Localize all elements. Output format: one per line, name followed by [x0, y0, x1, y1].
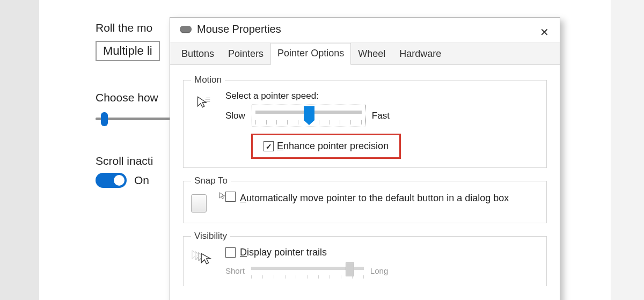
tab-buttons[interactable]: Buttons [174, 43, 221, 65]
pointer-speed-label: Select a pointer speed: [225, 91, 539, 101]
dialog-body: Motion Select a pointer speed: Slow [170, 65, 560, 286]
mouse-properties-dialog: Mouse Properties ✕ Buttons Pointers Poin… [170, 17, 560, 300]
visibility-group: Visibility [183, 231, 547, 286]
snapto-legend: Snap To [191, 175, 231, 186]
speed-fast-label: Fast [372, 111, 390, 121]
trails-long-label: Long [370, 266, 388, 275]
trails-short-label: Short [225, 266, 245, 275]
tab-wheel[interactable]: Wheel [351, 43, 392, 65]
dialog-titlebar: Mouse Properties [170, 18, 560, 42]
snapto-group: Snap To Automatically move pointer to th… [183, 175, 547, 223]
snapto-icon [191, 192, 216, 215]
close-icon: ✕ [540, 26, 549, 39]
tab-pointer-options[interactable]: Pointer Options [270, 43, 351, 65]
pointer-trails-label: Display pointer trails [240, 247, 327, 258]
close-button[interactable]: ✕ [535, 23, 553, 41]
motion-legend: Motion [191, 75, 225, 85]
visibility-legend: Visibility [191, 231, 230, 242]
motion-pointer-icon [191, 91, 216, 114]
trails-slider-thumb[interactable] [346, 262, 354, 276]
snapto-label: Automatically move pointer to the defaul… [240, 192, 509, 204]
lines-dropdown[interactable]: Multiple li [96, 41, 160, 61]
tab-hardware[interactable]: Hardware [392, 43, 448, 65]
lines-slider-thumb[interactable] [101, 112, 108, 126]
enhance-precision-checkbox[interactable] [264, 141, 274, 151]
pointer-speed-slider[interactable] [252, 105, 365, 127]
pointer-trails-slider[interactable] [251, 262, 364, 279]
mouse-icon [180, 26, 192, 33]
toggle-knob [114, 175, 125, 186]
speed-slider-thumb[interactable] [304, 106, 314, 120]
enhance-precision-label: Enhance pointer precision [277, 141, 389, 152]
pointer-trails-icon [191, 247, 216, 270]
dialog-tabs: Buttons Pointers Pointer Options Wheel H… [170, 42, 560, 65]
pointer-trails-checkbox[interactable] [225, 247, 236, 258]
tab-pointers[interactable]: Pointers [221, 43, 270, 65]
motion-group: Motion Select a pointer speed: Slow [183, 75, 547, 168]
toggle-state-label: On [134, 174, 149, 187]
dialog-title: Mouse Properties [197, 23, 281, 35]
scroll-inactive-toggle[interactable] [96, 173, 127, 188]
enhance-precision-highlight: Enhance pointer precision [251, 134, 401, 159]
speed-slow-label: Slow [225, 111, 245, 121]
screenshot-stage: Roll the mo Multiple li Choose how Scrol… [0, 0, 644, 300]
background-grey-strip [0, 0, 39, 300]
